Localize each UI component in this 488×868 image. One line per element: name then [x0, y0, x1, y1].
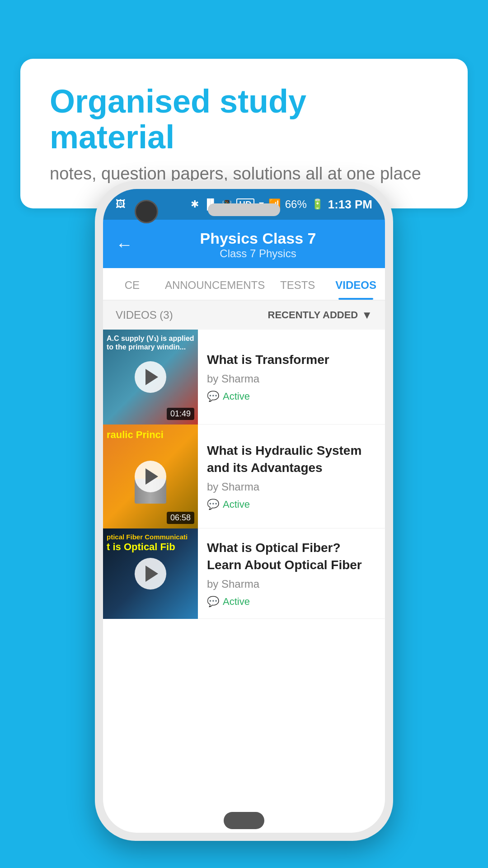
bubble-title: Organised study material — [50, 84, 438, 155]
videos-count: VIDEOS (3) — [116, 309, 173, 321]
thumb-text-3: ptical Fiber Communicatit is Optical Fib — [107, 533, 194, 553]
video-item-1[interactable]: A.C supply (V₁) is applied to the primar… — [103, 330, 385, 425]
chat-icon-3: 💬 — [207, 596, 219, 608]
sort-control[interactable]: RECENTLY ADDED ▼ — [268, 309, 372, 321]
video-info-2: What is Hydraulic System and its Advanta… — [198, 425, 385, 528]
phone-body: 🖼 ✱ ▐▌ 📳 HD ▾ 📶 66% 🔋 1:13 PM ← — [95, 181, 393, 841]
play-icon-1 — [145, 369, 158, 385]
tab-tests[interactable]: TESTS — [268, 268, 327, 300]
play-button-1[interactable] — [135, 361, 166, 393]
header-title-block: Physics Class 7 Class 7 Physics — [144, 230, 372, 260]
status-left: 🖼 — [116, 198, 126, 210]
video-title-3: What is Optical Fiber? Learn About Optic… — [207, 539, 376, 574]
video-title-1: What is Transformer — [207, 351, 376, 368]
battery-percent: 66% — [285, 198, 307, 211]
play-button-3[interactable] — [135, 558, 166, 590]
active-label-3: Active — [223, 596, 250, 608]
app-header: ← Physics Class 7 Class 7 Physics — [103, 220, 385, 268]
sort-label: RECENTLY ADDED — [268, 309, 358, 321]
video-author-3: by Sharma — [207, 578, 376, 590]
phone-speaker — [208, 203, 280, 216]
play-icon-2 — [145, 468, 158, 485]
active-badge-1: 💬 Active — [207, 391, 376, 402]
duration-badge-2: 06:58 — [167, 512, 194, 524]
header-title: Physics Class 7 — [144, 230, 372, 247]
active-badge-2: 💬 Active — [207, 499, 376, 510]
phone-home-button[interactable] — [224, 812, 264, 829]
header-breadcrumb: Class 7 Physics — [144, 247, 372, 260]
active-label-2: Active — [223, 499, 250, 510]
active-label-1: Active — [223, 391, 250, 402]
tab-ce[interactable]: CE — [103, 268, 161, 300]
video-info-1: What is Transformer by Sharma 💬 Active — [198, 330, 385, 424]
video-thumbnail-3: ptical Fiber Communicatit is Optical Fib — [103, 528, 198, 619]
thumb-text-1: A.C supply (V₁) is applied to the primar… — [107, 334, 194, 351]
battery-icon: 🔋 — [311, 198, 324, 210]
video-list: A.C supply (V₁) is applied to the primar… — [103, 330, 385, 833]
active-badge-3: 💬 Active — [207, 596, 376, 608]
play-icon-3 — [145, 566, 158, 582]
phone-camera — [135, 200, 158, 223]
chat-icon-1: 💬 — [207, 391, 219, 402]
tab-bar: CE ANNOUNCEMENTS TESTS VIDEOS — [103, 268, 385, 301]
video-author-1: by Sharma — [207, 373, 376, 385]
back-button[interactable]: ← — [116, 235, 133, 255]
chevron-down-icon: ▼ — [361, 309, 372, 321]
duration-badge-1: 01:49 — [167, 408, 194, 420]
clock: 1:13 PM — [328, 198, 372, 212]
video-info-3: What is Optical Fiber? Learn About Optic… — [198, 528, 385, 618]
chat-icon-2: 💬 — [207, 499, 219, 510]
phone-mockup: 🖼 ✱ ▐▌ 📳 HD ▾ 📶 66% 🔋 1:13 PM ← — [36, 181, 452, 850]
video-thumbnail-2: raulic Princi 06:58 — [103, 425, 198, 528]
thumb-text-2: raulic Princi — [107, 429, 194, 441]
video-thumbnail-1: A.C supply (V₁) is applied to the primar… — [103, 330, 198, 425]
image-icon: 🖼 — [116, 198, 126, 210]
bluetooth-icon: ✱ — [191, 198, 199, 210]
video-title-2: What is Hydraulic System and its Advanta… — [207, 442, 376, 476]
video-item-2[interactable]: raulic Princi 06:58 What is Hydraulic Sy… — [103, 425, 385, 528]
video-author-2: by Sharma — [207, 481, 376, 493]
tab-announcements[interactable]: ANNOUNCEMENTS — [161, 268, 268, 300]
play-button-2[interactable] — [135, 461, 166, 492]
tab-videos[interactable]: VIDEOS — [327, 268, 385, 300]
video-item-3[interactable]: ptical Fiber Communicatit is Optical Fib… — [103, 528, 385, 619]
filter-bar: VIDEOS (3) RECENTLY ADDED ▼ — [103, 301, 385, 330]
phone-screen: 🖼 ✱ ▐▌ 📳 HD ▾ 📶 66% 🔋 1:13 PM ← — [103, 189, 385, 833]
